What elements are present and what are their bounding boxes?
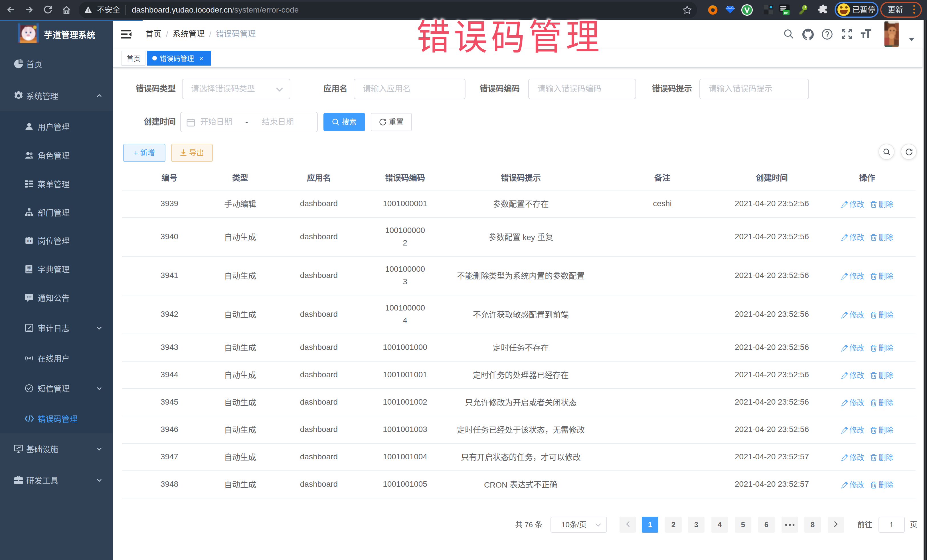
svg-text:ID: ID — [27, 239, 31, 243]
svg-text:on: on — [784, 11, 789, 15]
svg-text:字: 字 — [27, 266, 31, 270]
